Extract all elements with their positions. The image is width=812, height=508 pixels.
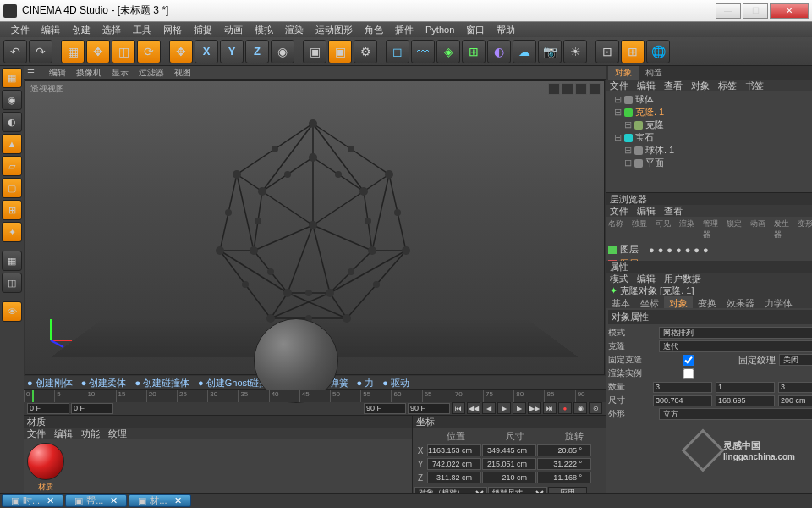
taskbar-item[interactable]: ▣时...✕: [2, 494, 63, 507]
object-row[interactable]: ⊟宝石✓: [608, 131, 812, 144]
x-axis-toggle[interactable]: X: [195, 40, 218, 64]
close-button[interactable]: ✕: [770, 3, 809, 19]
scale-tool[interactable]: ◫: [112, 40, 135, 64]
playhead[interactable]: [32, 390, 34, 402]
tag-button[interactable]: ⊞: [621, 40, 645, 64]
attr-clone[interactable]: 迭代: [659, 340, 812, 352]
vp-menu[interactable]: 摄像机: [76, 67, 102, 79]
dyn-item[interactable]: ● 力: [357, 377, 375, 389]
coord-system[interactable]: ◉: [271, 40, 294, 64]
goto-end[interactable]: ⏭: [543, 402, 557, 414]
timeline-current[interactable]: [71, 403, 113, 414]
model-mode[interactable]: ◉: [2, 90, 22, 110]
mat-menu[interactable]: 文件: [27, 428, 46, 439]
dyn-item[interactable]: ● 创建刚体: [27, 377, 73, 389]
menu-item[interactable]: 角色: [359, 23, 389, 36]
mat-menu[interactable]: 编辑: [54, 428, 73, 439]
minimize-button[interactable]: —: [716, 3, 741, 19]
menu-item[interactable]: 选择: [96, 23, 127, 36]
vp-menu[interactable]: 编辑: [49, 67, 66, 79]
viewport-solo[interactable]: 👁: [2, 301, 22, 322]
object-tree[interactable]: ⊟球体✓⊟克隆. 1✓⊟克隆✓⊟宝石✓⊟球体. 1✓⊟平面✓: [606, 91, 812, 192]
count-x[interactable]: [653, 382, 712, 393]
timeline-end2[interactable]: [408, 403, 450, 414]
object-row[interactable]: ⊟球体. 1✓: [608, 144, 812, 157]
menu-item[interactable]: 插件: [389, 23, 420, 36]
y-axis-toggle[interactable]: Y: [220, 40, 244, 64]
render-region[interactable]: ▣: [328, 40, 352, 64]
workplane[interactable]: ◫: [2, 273, 22, 293]
mat-menu[interactable]: 纹理: [108, 428, 127, 439]
taskbar-item[interactable]: ▣材...✕: [129, 494, 190, 507]
menu-item[interactable]: 文件: [5, 23, 36, 36]
maximize-button[interactable]: ☐: [743, 3, 768, 19]
deformer[interactable]: ◐: [487, 40, 511, 64]
texture-mode[interactable]: ◐: [2, 112, 22, 132]
point-mode[interactable]: ▱: [2, 156, 22, 176]
object-mode[interactable]: ▲: [2, 134, 22, 154]
timeline-end[interactable]: [364, 403, 406, 414]
timeline-start[interactable]: [27, 403, 69, 414]
menu-item[interactable]: 窗口: [460, 23, 491, 36]
menu-item[interactable]: 动画: [218, 23, 249, 36]
dyn-item[interactable]: ● 创建柔体: [81, 377, 127, 389]
taskbar-item[interactable]: ▣帮...✕: [65, 494, 127, 507]
play-button[interactable]: ▶: [497, 402, 511, 414]
vp-menu[interactable]: 显示: [112, 67, 129, 79]
z-axis-toggle[interactable]: Z: [245, 40, 269, 64]
move-tool[interactable]: ✥: [86, 40, 110, 64]
object-row[interactable]: ⊟克隆✓: [608, 119, 812, 131]
recent-tool[interactable]: ✥: [169, 40, 193, 64]
size-z[interactable]: [778, 395, 812, 406]
menu-item[interactable]: 编辑: [36, 23, 66, 36]
menu-item[interactable]: 网格: [157, 23, 188, 36]
redo-button[interactable]: ↷: [29, 40, 52, 64]
menu-item[interactable]: 运动图形: [310, 23, 359, 36]
undo-button[interactable]: ↶: [3, 40, 27, 64]
mat-menu[interactable]: 功能: [81, 428, 100, 439]
make-editable[interactable]: ▦: [2, 68, 22, 88]
axis-mode[interactable]: ✦: [2, 222, 22, 242]
content-browser[interactable]: 🌐: [646, 40, 670, 64]
light-object[interactable]: ☀: [563, 40, 587, 64]
record-button[interactable]: ●: [558, 402, 572, 414]
object-row[interactable]: ⊟球体✓: [608, 93, 812, 106]
material-preview[interactable]: [27, 443, 64, 480]
render-settings[interactable]: ⚙: [354, 40, 377, 64]
vp-icon[interactable]: [562, 83, 573, 95]
vp-icon[interactable]: [589, 83, 601, 95]
environment[interactable]: ☁: [513, 40, 536, 64]
camera-object[interactable]: 📷: [538, 40, 562, 64]
menu-item[interactable]: 捕捉: [188, 23, 218, 36]
menu-item[interactable]: 工具: [127, 23, 157, 36]
select-tool[interactable]: ▦: [61, 40, 85, 64]
vp-icon[interactable]: [548, 83, 560, 95]
edge-mode[interactable]: ▢: [2, 178, 22, 198]
attr-renderinst[interactable]: [659, 368, 718, 379]
snap-toggle[interactable]: ▦: [2, 251, 22, 271]
menu-item[interactable]: 帮助: [491, 23, 521, 36]
size-x[interactable]: [653, 395, 712, 406]
attr-shape[interactable]: 立方: [659, 408, 812, 420]
object-row[interactable]: ⊟克隆. 1✓: [608, 106, 812, 119]
count-z[interactable]: [778, 382, 812, 393]
menu-item[interactable]: 模拟: [249, 23, 279, 36]
generator-array[interactable]: ⊞: [462, 40, 486, 64]
vp-menu[interactable]: 视图: [174, 67, 191, 79]
menu-item[interactable]: 创建: [66, 23, 96, 36]
menu-item[interactable]: 渲染: [279, 23, 310, 36]
rotate-tool[interactable]: ⟳: [137, 40, 161, 64]
object-row[interactable]: ⊟平面✓: [608, 157, 812, 169]
primitive-spline[interactable]: 〰: [411, 40, 435, 64]
dyn-item[interactable]: ● 创建碰撞体: [134, 377, 189, 389]
vp-menu[interactable]: 过滤器: [139, 67, 164, 79]
vp-icon[interactable]: [575, 83, 587, 95]
attr-fixclone[interactable]: [659, 355, 718, 366]
autokey[interactable]: ◉: [573, 402, 587, 414]
dyn-item[interactable]: ● 驱动: [382, 377, 409, 389]
count-y[interactable]: [716, 382, 775, 393]
prev-frame[interactable]: ◀: [482, 402, 496, 414]
timeline-ruler[interactable]: 051015202530354045505560657075808590: [24, 390, 606, 402]
attr-mode[interactable]: 网格排列: [659, 327, 812, 339]
size-y[interactable]: [716, 395, 775, 406]
